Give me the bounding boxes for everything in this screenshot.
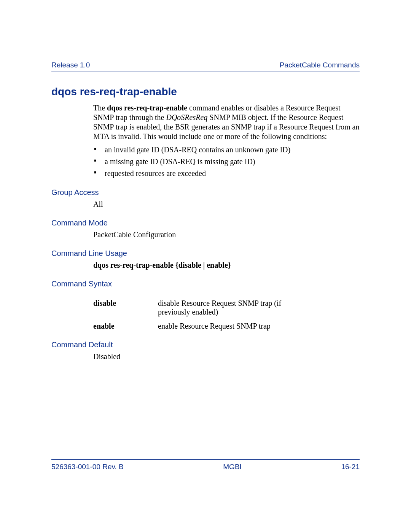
- page-header: Release 1.0 PacketCable Commands: [51, 61, 360, 72]
- section-command-line-usage-value: dqos res-req-trap-enable {disable | enab…: [93, 261, 360, 270]
- intro-command-name: dqos res-req-trap-enable: [107, 104, 187, 112]
- conditions-list: an invalid gate ID (DSA-REQ contains an …: [93, 145, 360, 178]
- header-release: Release 1.0: [51, 61, 90, 69]
- section-command-default-value: Disabled: [93, 352, 360, 361]
- command-title: dqos res-req-trap-enable: [51, 86, 360, 98]
- table-row: disable disable Resource Request SNMP tr…: [93, 299, 360, 316]
- header-section: PacketCable Commands: [280, 61, 360, 69]
- footer-pagenum: 16-21: [341, 463, 360, 471]
- footer-center: MGBI: [223, 463, 242, 471]
- footer-docnum: 526363-001-00 Rev. B: [51, 463, 124, 471]
- section-command-syntax-label: Command Syntax: [51, 280, 360, 288]
- section-group-access-value: All: [93, 200, 360, 209]
- section-command-mode-label: Command Mode: [51, 219, 360, 227]
- syntax-desc: disable Resource Request SNMP trap (if p…: [158, 299, 303, 316]
- table-row: enable enable Resource Request SNMP trap: [93, 322, 360, 331]
- list-item: a missing gate ID (DSA-REQ is missing ga…: [93, 157, 360, 166]
- syntax-key: enable: [93, 322, 158, 331]
- syntax-table: disable disable Resource Request SNMP tr…: [93, 299, 360, 331]
- section-command-mode-value: PacketCable Configuration: [93, 230, 360, 239]
- section-command-line-usage-label: Command Line Usage: [51, 249, 360, 258]
- intro-mib-name: DQoSResReq: [166, 113, 207, 121]
- intro-paragraph: The dqos res-req-trap-enable command ena…: [93, 103, 360, 178]
- list-item: requested resources are exceeded: [93, 169, 360, 178]
- section-group-access-label: Group Access: [51, 188, 360, 197]
- page: Release 1.0 PacketCable Commands dqos re…: [0, 0, 411, 532]
- intro-prefix: The: [93, 104, 107, 112]
- syntax-key: disable: [93, 299, 158, 316]
- syntax-desc: enable Resource Request SNMP trap: [158, 322, 271, 331]
- section-command-default-label: Command Default: [51, 340, 360, 349]
- page-footer: 526363-001-00 Rev. B MGBI 16-21: [51, 459, 360, 471]
- list-item: an invalid gate ID (DSA-REQ contains an …: [93, 145, 360, 155]
